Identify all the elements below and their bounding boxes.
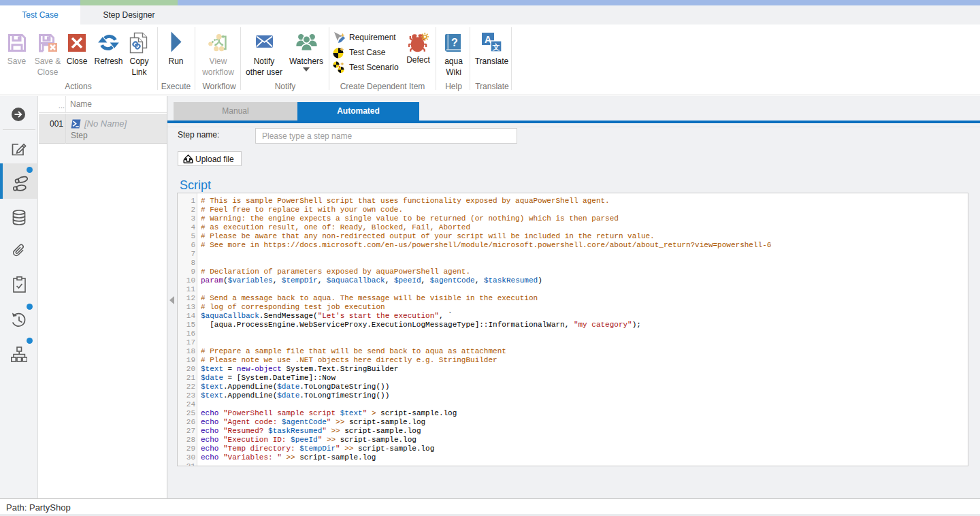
- svg-text:?: ?: [451, 37, 458, 48]
- svg-text:文: 文: [492, 43, 500, 51]
